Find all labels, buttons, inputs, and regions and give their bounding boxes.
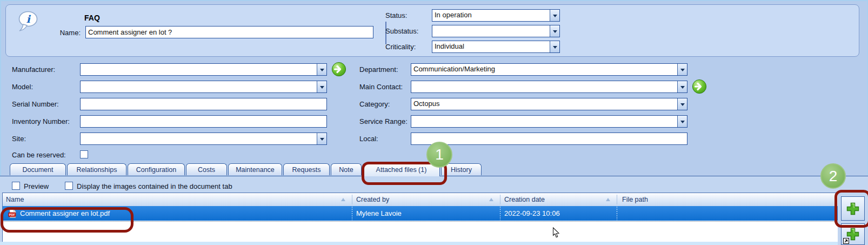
sort-asc-icon bbox=[489, 198, 493, 201]
column-header-file-path[interactable]: File path bbox=[622, 196, 648, 203]
local-label: Local: bbox=[359, 135, 378, 143]
department-value: Communication/Marketing bbox=[411, 64, 677, 75]
dropdown-arrow-icon bbox=[677, 98, 687, 110]
main-contact-label: Main Contact: bbox=[359, 83, 403, 91]
service-range-label: Service Range: bbox=[359, 117, 408, 125]
annotation-oval-file-row bbox=[1, 207, 133, 233]
dropdown-arrow-icon bbox=[677, 81, 687, 92]
window-bottom-edge bbox=[0, 242, 838, 245]
model-value bbox=[81, 81, 317, 92]
category-label: Category: bbox=[359, 100, 390, 108]
serial-number-input[interactable] bbox=[80, 98, 327, 110]
cell-creation-date: 2022-09-23 10:06 bbox=[504, 209, 560, 217]
criticality-dropdown[interactable]: Individual bbox=[432, 41, 560, 53]
display-images-label: Display the images contained in the docu… bbox=[77, 182, 232, 190]
main-contact-dropdown[interactable] bbox=[411, 81, 687, 93]
column-header-created-by[interactable]: Created by bbox=[356, 196, 389, 203]
category-dropdown[interactable]: Octopus bbox=[411, 98, 687, 110]
column-divider[interactable] bbox=[352, 195, 352, 204]
dropdown-arrow-icon bbox=[317, 64, 326, 75]
tab-note[interactable]: Note bbox=[331, 163, 362, 175]
dropdown-arrow-icon bbox=[677, 116, 687, 127]
asset-detail-window: i FAQ Name: Status: In operation Substat… bbox=[0, 0, 868, 245]
name-input[interactable] bbox=[85, 26, 373, 38]
row-divider bbox=[500, 207, 500, 220]
dropdown-arrow-icon bbox=[677, 64, 687, 75]
preview-checkbox[interactable] bbox=[12, 182, 20, 190]
row-divider bbox=[617, 207, 617, 220]
inventory-number-label: Inventory Number: bbox=[12, 117, 70, 125]
site-label: Site: bbox=[12, 135, 26, 143]
main-contact-go-button[interactable] bbox=[692, 79, 707, 94]
column-header-creation-date[interactable]: Creation date bbox=[504, 196, 545, 203]
page-title: FAQ bbox=[84, 14, 100, 22]
serial-number-label: Serial Number: bbox=[12, 100, 59, 108]
status-value: In operation bbox=[432, 10, 550, 21]
annotation-step-badge-2: 2 bbox=[820, 163, 846, 189]
tab-requests[interactable]: Requests bbox=[283, 163, 330, 175]
dropdown-arrow-icon bbox=[317, 81, 326, 92]
manufacturer-dropdown[interactable] bbox=[80, 63, 327, 76]
site-dropdown[interactable] bbox=[80, 133, 327, 145]
tab-maintenance[interactable]: Maintenance bbox=[228, 163, 282, 175]
annotation-step-badge-1: 1 bbox=[426, 142, 452, 168]
dropdown-arrow-icon bbox=[550, 10, 559, 21]
sort-asc-icon bbox=[606, 198, 610, 201]
row-divider bbox=[352, 207, 352, 220]
shortcut-arrow-icon bbox=[843, 237, 849, 243]
manufacturer-value bbox=[81, 64, 317, 75]
column-header-name[interactable]: Name bbox=[6, 196, 24, 203]
model-dropdown[interactable] bbox=[80, 81, 327, 93]
site-value bbox=[81, 133, 317, 144]
tab-costs[interactable]: Costs bbox=[186, 163, 227, 175]
dropdown-arrow-icon bbox=[550, 41, 559, 52]
service-range-value bbox=[411, 116, 677, 127]
dropdown-arrow-icon bbox=[317, 133, 326, 144]
criticality-label: Criticality: bbox=[385, 43, 416, 51]
inventory-number-input[interactable] bbox=[80, 115, 327, 128]
name-label: Name: bbox=[38, 29, 81, 37]
service-range-dropdown[interactable] bbox=[411, 115, 687, 128]
table-header: Name Created by Creation date File path bbox=[3, 193, 838, 207]
department-label: Department: bbox=[359, 65, 398, 74]
cell-created-by: Mylene Lavoie bbox=[356, 209, 402, 217]
tab-configuration[interactable]: Configuration bbox=[128, 163, 185, 175]
preview-label: Preview bbox=[24, 182, 49, 190]
info-icon: i bbox=[17, 10, 41, 34]
header-panel: i FAQ Name: Status: In operation Substat… bbox=[5, 4, 859, 57]
column-divider[interactable] bbox=[617, 195, 617, 204]
can-be-reserved-checkbox[interactable] bbox=[80, 150, 88, 158]
display-images-checkbox[interactable] bbox=[65, 182, 73, 190]
local-input[interactable] bbox=[411, 133, 687, 145]
manufacturer-go-button[interactable] bbox=[331, 62, 346, 77]
status-dropdown[interactable]: In operation bbox=[432, 9, 560, 22]
green-arrow-icon bbox=[331, 62, 346, 77]
category-value: Octopus bbox=[411, 98, 677, 110]
substatus-value bbox=[432, 25, 550, 37]
dropdown-arrow-icon bbox=[550, 25, 559, 37]
tab-relationships[interactable]: Relationships bbox=[67, 163, 126, 175]
substatus-dropdown[interactable] bbox=[432, 25, 560, 37]
department-dropdown[interactable]: Communication/Marketing bbox=[411, 63, 687, 76]
annotation-oval-add-button bbox=[834, 190, 868, 228]
main-contact-value bbox=[411, 81, 677, 92]
sort-asc-icon bbox=[341, 198, 345, 201]
model-label: Model: bbox=[12, 83, 33, 91]
criticality-value: Individual bbox=[432, 41, 550, 52]
green-arrow-icon bbox=[692, 79, 707, 94]
substatus-label: Substatus: bbox=[385, 27, 418, 35]
manufacturer-label: Manufacturer: bbox=[12, 65, 55, 74]
column-divider[interactable] bbox=[500, 195, 500, 204]
mouse-cursor-icon bbox=[552, 227, 560, 240]
tab-document[interactable]: Document bbox=[10, 163, 66, 175]
status-label: Status: bbox=[385, 11, 407, 19]
can-be-reserved-label: Can be reserved: bbox=[12, 151, 66, 159]
